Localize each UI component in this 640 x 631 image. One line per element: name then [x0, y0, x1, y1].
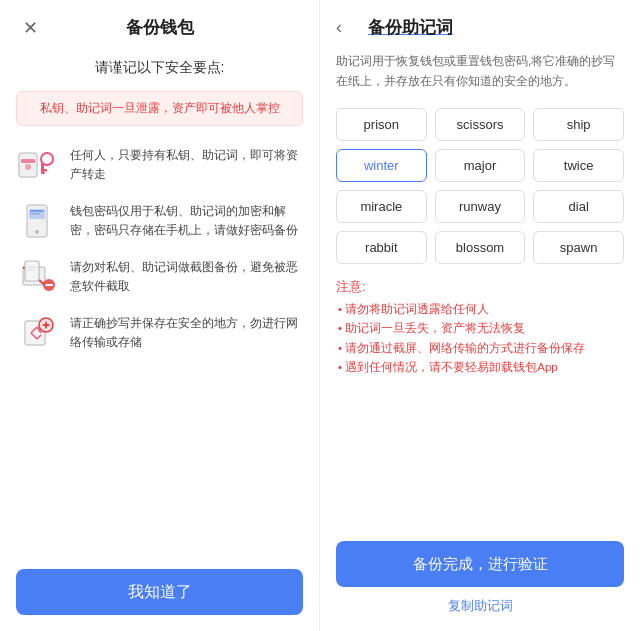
security-item-screenshot-text: 请勿对私钥、助记词做截图备份，避免被恶意软件截取 — [70, 256, 303, 296]
back-button[interactable]: ‹ — [336, 17, 360, 38]
svg-rect-9 — [30, 210, 44, 212]
copy-link[interactable]: 复制助记词 — [336, 597, 624, 615]
verify-button[interactable]: 备份完成，进行验证 — [336, 541, 624, 587]
svg-rect-6 — [41, 172, 45, 174]
mnemonic-grid: prisonscissorsshipwintermajortwicemiracl… — [336, 108, 624, 264]
mnemonic-cell-7: miracle — [336, 190, 427, 223]
security-item-phone-text: 钱包密码仅用于私钥、助记词的加密和解密，密码只存储在手机上，请做好密码备份 — [70, 200, 303, 240]
svg-point-11 — [35, 230, 39, 234]
confirm-button[interactable]: 我知道了 — [16, 569, 303, 615]
mnemonic-cell-6: twice — [533, 149, 624, 182]
security-items: 任何人，只要持有私钥、助记词，即可将资产转走 钱包密码仅用于私钥、助记词的加密和… — [16, 144, 303, 547]
left-panel: ✕ 备份钱包 请谨记以下安全要点: 私钥、助记词一旦泄露，资产即可被他人掌控 任… — [0, 0, 320, 631]
notes-item-4: • 遇到任何情况，请不要轻易卸载钱包App — [336, 358, 624, 378]
security-item-safe-text: 请正确抄写并保存在安全的地方，勿进行网络传输或存储 — [70, 312, 303, 352]
mnemonic-cell-3: ship — [533, 108, 624, 141]
right-description: 助记词用于恢复钱包或重置钱包密码,将它准确的抄写在纸上，并存放在只有你知道的安全… — [336, 51, 624, 92]
mnemonic-cell-5: major — [435, 149, 526, 182]
mnemonic-cell-11: blossom — [435, 231, 526, 264]
notes-item-1: • 请勿将助记词透露给任何人 — [336, 300, 624, 320]
security-item-screenshot: 请勿对私钥、助记词做截图备份，避免被恶意软件截取 — [16, 256, 303, 298]
mnemonic-cell-4: winter — [336, 149, 427, 182]
security-item-safe: 请正确抄写并保存在安全的地方，勿进行网络传输或存储 — [16, 312, 303, 354]
security-item-key: 任何人，只要持有私钥、助记词，即可将资产转走 — [16, 144, 303, 186]
mnemonic-cell-12: spawn — [533, 231, 624, 264]
close-button[interactable]: ✕ — [16, 14, 44, 42]
screenshot-icon — [16, 256, 58, 298]
warning-box: 私钥、助记词一旦泄露，资产即可被他人掌控 — [16, 91, 303, 126]
notes-item-2: • 助记词一旦丢失，资产将无法恢复 — [336, 319, 624, 339]
phone-icon — [16, 200, 58, 242]
notes-title: 注意: — [336, 278, 624, 296]
notes-item-3: • 请勿通过截屏、网络传输的方式进行备份保存 — [336, 339, 624, 359]
svg-rect-10 — [30, 213, 40, 215]
security-item-key-text: 任何人，只要持有私钥、助记词，即可将资产转走 — [70, 144, 303, 184]
mnemonic-cell-1: prison — [336, 108, 427, 141]
mnemonic-cell-8: runway — [435, 190, 526, 223]
mnemonic-cell-2: scissors — [435, 108, 526, 141]
mnemonic-cell-10: rabbit — [336, 231, 427, 264]
left-header: ✕ 备份钱包 — [16, 16, 303, 39]
left-subtitle: 请谨记以下安全要点: — [16, 59, 303, 77]
left-footer: 我知道了 — [16, 559, 303, 615]
notes-section: 注意: • 请勿将助记词透露给任何人• 助记词一旦丢失，资产将无法恢复• 请勿通… — [336, 278, 624, 378]
left-title: 备份钱包 — [126, 16, 194, 39]
right-footer: 备份完成，进行验证 复制助记词 — [336, 541, 624, 615]
key-icon — [16, 144, 58, 186]
right-panel: ‹ 备份助记词 助记词用于恢复钱包或重置钱包密码,将它准确的抄写在纸上，并存放在… — [320, 0, 640, 631]
right-header: ‹ 备份助记词 — [336, 16, 624, 39]
security-item-phone: 钱包密码仅用于私钥、助记词的加密和解密，密码只存储在手机上，请做好密码备份 — [16, 200, 303, 242]
svg-rect-14 — [25, 261, 39, 281]
right-title: 备份助记词 — [368, 16, 453, 39]
safe-icon — [16, 312, 58, 354]
svg-point-2 — [25, 164, 31, 170]
svg-rect-5 — [41, 169, 47, 172]
mnemonic-cell-9: dial — [533, 190, 624, 223]
svg-rect-1 — [21, 159, 35, 163]
